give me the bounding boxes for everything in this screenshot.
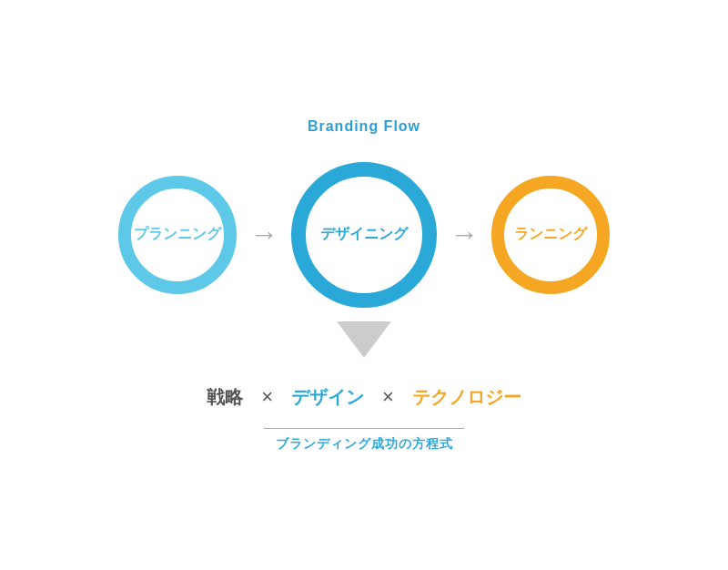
divider-line	[264, 428, 464, 429]
formula-item-technology: テクノロジー	[412, 385, 521, 410]
arrow-right-2: →	[441, 217, 487, 253]
circles-row: プランニング → デザイニング → ランニング	[118, 162, 610, 308]
designing-circle: デザイニング	[291, 162, 437, 308]
main-container: Branding Flow プランニング → デザイニング → ランニング	[118, 118, 610, 453]
designing-label: デザイニング	[320, 225, 408, 244]
arrow-down-icon	[337, 321, 391, 358]
formula-item-strategy: 戦略	[207, 385, 243, 410]
planning-label: プランニング	[134, 225, 221, 244]
arrow-right-1-icon: →	[249, 218, 278, 251]
formula-item-design: デザイン	[291, 385, 364, 410]
formula-footer: ブランディング成功の方程式	[264, 428, 464, 453]
page-title: Branding Flow	[308, 118, 420, 135]
planning-circle-wrapper: プランニング	[118, 176, 237, 294]
planning-circle: プランニング	[118, 176, 237, 294]
running-circle: ランニング	[491, 176, 610, 294]
running-label: ランニング	[514, 225, 587, 244]
running-circle-wrapper: ランニング	[491, 176, 610, 294]
formula-row: 戦略 × デザイン × テクノロジー	[207, 385, 521, 410]
formula-cross-2: ×	[382, 385, 394, 409]
arrow-down-wrapper	[337, 321, 391, 358]
formula-label: ブランディング成功の方程式	[276, 436, 453, 453]
arrow-right-2-icon: →	[450, 218, 479, 251]
formula-cross-1: ×	[261, 385, 273, 409]
arrow-right-1: →	[241, 217, 287, 253]
designing-circle-wrapper: デザイニング	[291, 162, 437, 308]
